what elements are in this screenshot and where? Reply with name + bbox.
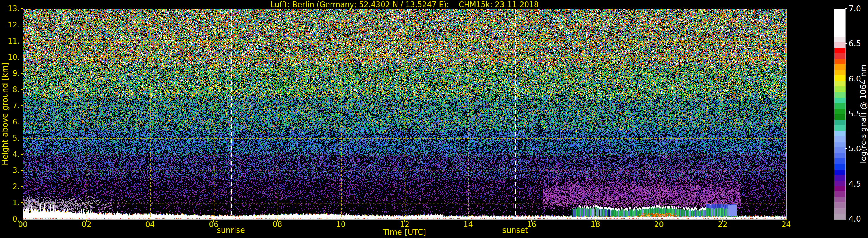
- x-tick-mark: [404, 219, 405, 222]
- colorbar-tick-mark: [845, 78, 847, 79]
- colorbar-step: [834, 136, 845, 142]
- y-tick-mark: [21, 57, 23, 58]
- y-tick-label: 8.: [0, 85, 20, 94]
- colorbar-tick-label: 6.5: [848, 39, 861, 48]
- y-tick-mark: [21, 41, 23, 41]
- x-tick-mark: [786, 219, 786, 222]
- x-tick-mark: [659, 219, 659, 222]
- y-tick-label: 6.: [0, 117, 20, 126]
- y-tick-label: 5.: [0, 134, 20, 142]
- x-axis-label: Time [UTC]: [23, 228, 786, 237]
- y-tick-mark: [21, 8, 23, 9]
- y-tick-label: 10.: [0, 53, 20, 62]
- colorbar-step: [834, 164, 845, 169]
- colorbar-tick-mark: [845, 219, 847, 219]
- colorbar-step: [834, 170, 845, 175]
- colorbar-step: [834, 37, 845, 42]
- y-tick-label: 0.: [0, 215, 20, 223]
- y-tick-label: 7.: [0, 101, 20, 110]
- ceilometer-quicklook-figure: Lufft: Berlin (Germany; 52.4302 N / 13.5…: [0, 0, 868, 238]
- x-tick-mark: [341, 219, 341, 222]
- colorbar-step: [834, 103, 845, 109]
- colorbar-step: [834, 70, 845, 75]
- plot-area: [23, 9, 787, 219]
- colorbar-step: [834, 202, 845, 208]
- y-tick-label: 4.: [0, 150, 20, 159]
- colorbar-step: [834, 26, 845, 31]
- y-tick-label: 2.: [0, 182, 20, 191]
- colorbar-step: [834, 92, 845, 97]
- x-tick-mark: [722, 219, 723, 222]
- colorbar-step: [834, 31, 845, 37]
- x-tick-mark: [213, 219, 214, 222]
- colorbar-gradient: [834, 9, 846, 219]
- y-tick-mark: [21, 219, 23, 219]
- y-tick-mark: [21, 138, 23, 138]
- y-tick-mark: [21, 89, 23, 90]
- x-tick-mark: [150, 219, 150, 222]
- y-tick-label: 13.: [0, 4, 20, 13]
- colorbar-step: [834, 48, 845, 53]
- colorbar-tick-mark: [845, 148, 847, 149]
- y-tick-mark: [21, 186, 23, 187]
- colorbar-step: [834, 153, 845, 158]
- colorbar-step: [834, 53, 845, 59]
- y-tick-mark: [21, 170, 23, 171]
- x-tick-mark: [595, 219, 595, 222]
- y-tick-label: 11.: [0, 37, 20, 45]
- colorbar-step: [834, 98, 845, 103]
- y-tick-mark: [21, 25, 23, 25]
- colorbar-axis-label: log(rc-signal) @ 1064 nm: [859, 64, 868, 163]
- colorbar-step: [834, 42, 845, 48]
- x-tick-mark: [23, 219, 23, 222]
- x-tick-mark: [531, 219, 532, 222]
- y-tick-mark: [21, 105, 23, 106]
- x-tick-mark: [468, 219, 468, 222]
- colorbar-step: [834, 147, 845, 153]
- y-tick-mark: [21, 202, 23, 203]
- colorbar-step: [834, 114, 845, 120]
- colorbar-tick-mark: [845, 184, 847, 184]
- colorbar-step: [834, 180, 845, 186]
- colorbar-step: [834, 158, 845, 164]
- x-tick-mark: [277, 219, 278, 222]
- y-tick-mark: [21, 73, 23, 74]
- colorbar-step: [834, 75, 845, 81]
- y-tick-label: 3.: [0, 166, 20, 175]
- colorbar-step: [834, 14, 845, 20]
- colorbar-step: [834, 142, 845, 147]
- y-tick-label: 12.: [0, 21, 20, 29]
- colorbar-tick-label: 4.5: [848, 180, 861, 188]
- colorbar-step: [834, 64, 845, 70]
- colorbar-step: [834, 214, 845, 219]
- colorbar-step: [834, 125, 845, 131]
- y-tick-label: 1.: [0, 198, 20, 207]
- colorbar-step: [834, 120, 845, 125]
- colorbar-tick-label: 7.0: [848, 4, 861, 13]
- colorbar-tick-mark: [845, 113, 847, 114]
- x-tick-mark: [86, 219, 87, 222]
- page-title: Lufft: Berlin (Germany; 52.4302 N / 13.5…: [23, 0, 786, 9]
- colorbar-tick-mark: [845, 8, 847, 9]
- colorbar-step: [834, 87, 845, 92]
- colorbar-step: [834, 131, 845, 136]
- y-tick-mark: [21, 154, 23, 155]
- colorbar-step: [834, 20, 845, 26]
- colorbar-step: [834, 208, 845, 214]
- colorbar-tick-mark: [845, 43, 847, 44]
- colorbar-step: [834, 9, 845, 14]
- colorbar-step: [834, 59, 845, 64]
- colorbar-tick-label: 4.0: [848, 215, 861, 223]
- y-tick-label: 9.: [0, 69, 20, 78]
- colorbar-step: [834, 186, 845, 192]
- colorbar-step: [834, 175, 845, 180]
- colorbar-step: [834, 192, 845, 197]
- colorbar-step: [834, 197, 845, 202]
- colorbar-step: [834, 81, 845, 87]
- y-tick-mark: [21, 122, 23, 122]
- heatmap-canvas: [23, 9, 786, 219]
- colorbar-step: [834, 109, 845, 114]
